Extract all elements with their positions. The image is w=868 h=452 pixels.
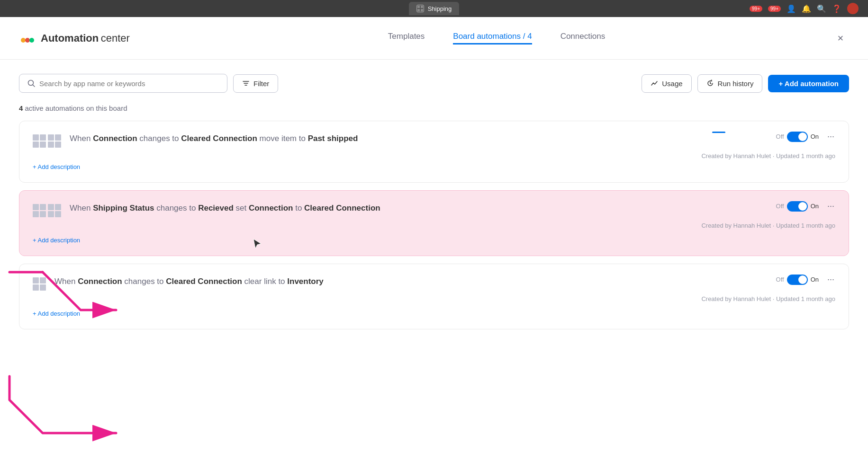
toggle-switch-2[interactable] bbox=[787, 201, 808, 212]
automation-card-2: When Shipping Status changes to Recieved… bbox=[19, 190, 849, 256]
toolbar: Filter Usage Run history + Add automatio… bbox=[19, 74, 849, 93]
notification-badge-2: 99+ bbox=[768, 6, 781, 12]
arrow-2 bbox=[5, 372, 147, 452]
search-icon-browser: 🔍 bbox=[817, 4, 826, 13]
svg-point-7 bbox=[29, 38, 34, 43]
user-icon: 👤 bbox=[787, 4, 796, 13]
svg-rect-2 bbox=[417, 9, 420, 11]
add-description-3[interactable]: + Add description bbox=[33, 306, 835, 318]
toggle-off-label-1: Off bbox=[776, 133, 784, 140]
modal-header: Automation center Templates Board automa… bbox=[0, 17, 868, 60]
add-automation-label: + Add automation bbox=[778, 80, 839, 88]
logo-area: Automation center bbox=[19, 30, 161, 47]
toggle-container-3: Off On bbox=[776, 275, 819, 285]
grid-icon-right-2 bbox=[48, 204, 61, 217]
add-description-1[interactable]: + Add description bbox=[33, 160, 835, 171]
toggle-container-2: Off On bbox=[776, 201, 819, 212]
avatar bbox=[847, 3, 859, 14]
card-controls-2: Off On ··· bbox=[776, 200, 837, 212]
bell-icon: 🔔 bbox=[802, 4, 811, 13]
filter-button[interactable]: Filter bbox=[233, 74, 278, 93]
active-count: 4 active automations on this board bbox=[19, 104, 849, 112]
collapse-bar bbox=[712, 132, 725, 133]
card-meta-1: Created by Hannah Hulet · Updated 1 mont… bbox=[33, 152, 835, 160]
cursor-icon bbox=[252, 238, 263, 249]
card-header-row-2: When Shipping Status changes to Recieved… bbox=[33, 202, 835, 217]
tab-board-automations[interactable]: Board automations / 4 bbox=[453, 32, 532, 44]
card-text-3: When Connection changes to Cleared Conne… bbox=[54, 275, 835, 288]
svg-rect-1 bbox=[421, 6, 423, 8]
toggle-switch-3[interactable] bbox=[787, 275, 808, 285]
card-meta-3: Created by Hannah Hulet · Updated 1 mont… bbox=[33, 295, 835, 302]
toggle-on-label-1: On bbox=[811, 133, 819, 140]
close-button[interactable]: × bbox=[832, 30, 849, 47]
tab-icon bbox=[416, 5, 424, 12]
more-options-button-2[interactable]: ··· bbox=[824, 200, 837, 212]
toggle-off-label-2: Off bbox=[776, 203, 784, 210]
automation-center-modal: Automation center Templates Board automa… bbox=[0, 17, 868, 452]
run-history-button[interactable]: Run history bbox=[697, 74, 763, 93]
svg-rect-3 bbox=[421, 9, 423, 11]
toggle-switch-1[interactable] bbox=[787, 132, 808, 142]
card-controls-3: Off On ··· bbox=[776, 274, 837, 285]
notification-badge-1: 99+ bbox=[750, 6, 762, 12]
nav-tabs: Templates Board automations / 4 Connecti… bbox=[161, 32, 832, 44]
filter-icon bbox=[242, 80, 250, 87]
toggle-off-label-3: Off bbox=[776, 276, 784, 283]
browser-actions: 99+ 99+ 👤 🔔 🔍 ❓ bbox=[750, 3, 859, 14]
search-input[interactable] bbox=[39, 80, 219, 88]
monday-logo-icon bbox=[19, 30, 36, 47]
usage-button[interactable]: Usage bbox=[642, 74, 691, 93]
browser-tab[interactable]: Shipping bbox=[409, 2, 460, 15]
automations-area: When Connection changes to Cleared Conne… bbox=[19, 121, 849, 329]
card-icon-3 bbox=[33, 277, 46, 291]
add-automation-button[interactable]: + Add automation bbox=[768, 75, 849, 92]
svg-point-6 bbox=[25, 38, 30, 43]
card-controls-1: Off On ··· bbox=[776, 131, 837, 142]
svg-line-9 bbox=[33, 85, 35, 87]
card-text-2: When Shipping Status changes to Recieved… bbox=[70, 202, 835, 214]
tab-connections[interactable]: Connections bbox=[561, 32, 606, 44]
active-count-text: active automations on this board bbox=[23, 104, 127, 112]
question-icon: ❓ bbox=[832, 4, 841, 13]
automation-word: Automation bbox=[41, 32, 99, 44]
card-header-row-3: When Connection changes to Cleared Conne… bbox=[33, 275, 835, 291]
card-icon-1 bbox=[33, 134, 61, 148]
usage-label: Usage bbox=[662, 80, 682, 88]
card-meta-2: Created by Hannah Hulet · Updated 1 mont… bbox=[33, 222, 835, 229]
svg-rect-0 bbox=[417, 6, 420, 8]
more-options-button-1[interactable]: ··· bbox=[824, 131, 837, 142]
card-text-1: When Connection changes to Cleared Conne… bbox=[70, 133, 835, 145]
browser-bar: Shipping 99+ 99+ 👤 🔔 🔍 ❓ bbox=[0, 0, 868, 17]
grid-icon-left-1 bbox=[33, 134, 46, 148]
search-box[interactable] bbox=[19, 74, 227, 93]
add-description-2[interactable]: + Add description bbox=[33, 233, 835, 244]
svg-point-5 bbox=[21, 38, 26, 43]
center-word: center bbox=[101, 32, 130, 44]
usage-icon bbox=[651, 80, 658, 87]
toggle-on-label-3: On bbox=[811, 276, 819, 283]
search-icon bbox=[27, 79, 36, 88]
run-history-label: Run history bbox=[718, 80, 754, 88]
grid-icon-left-2 bbox=[33, 204, 46, 217]
grid-icon-left-3 bbox=[33, 277, 46, 291]
card-icon-2 bbox=[33, 204, 61, 217]
product-title: Automation center bbox=[41, 32, 130, 44]
automation-card-1: When Connection changes to Cleared Conne… bbox=[19, 121, 849, 183]
toggle-on-label-2: On bbox=[811, 203, 819, 210]
tab-templates[interactable]: Templates bbox=[388, 32, 425, 44]
history-icon bbox=[706, 80, 714, 87]
toggle-container-1: Off On bbox=[776, 132, 819, 142]
grid-icon-right-1 bbox=[48, 134, 61, 148]
automation-card-3: When Connection changes to Cleared Conne… bbox=[19, 264, 849, 329]
more-options-button-3[interactable]: ··· bbox=[824, 274, 837, 285]
browser-tab-label: Shipping bbox=[428, 5, 452, 12]
modal-body: Filter Usage Run history + Add automatio… bbox=[0, 60, 868, 452]
card-header-row-1: When Connection changes to Cleared Conne… bbox=[33, 133, 835, 148]
filter-label: Filter bbox=[253, 80, 269, 88]
